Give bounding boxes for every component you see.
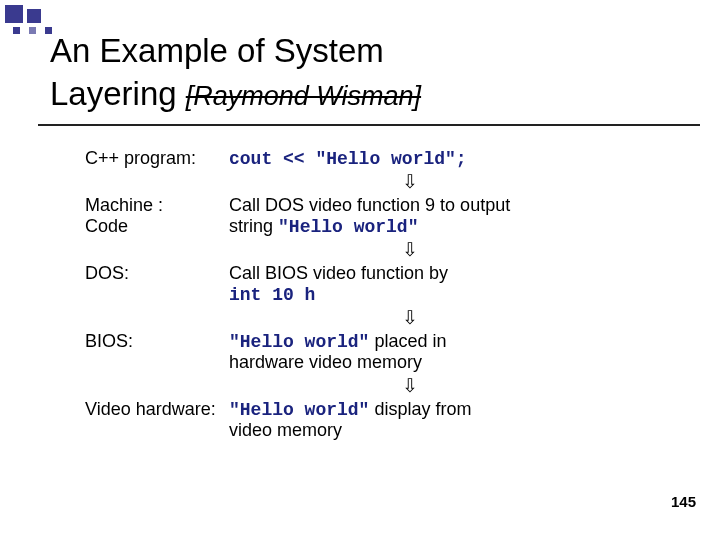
arrow-3: ⇩ xyxy=(85,307,645,327)
row-dos: DOS: Call BIOS video function by int 10 … xyxy=(85,263,645,305)
label-machine: Machine : Code xyxy=(85,195,225,237)
slide-title: An Example of System Layering [Raymond W… xyxy=(50,30,421,116)
arrow-4: ⇩ xyxy=(85,375,645,395)
desc-video: "Hello world" display from video memory xyxy=(225,399,645,441)
label-cpp: C++ program: xyxy=(85,148,225,169)
desc-dos: Call BIOS video function by int 10 h xyxy=(225,263,645,305)
desc-machine: Call DOS video function 9 to output stri… xyxy=(225,195,645,237)
row-cpp: C++ program: cout << "Hello world"; xyxy=(85,148,645,169)
row-video: Video hardware: "Hello world" display fr… xyxy=(85,399,645,441)
title-line1: An Example of System xyxy=(50,32,384,69)
label-dos: DOS: xyxy=(85,263,225,284)
arrow-2: ⇩ xyxy=(85,239,645,259)
title-underline xyxy=(38,124,700,126)
label-video: Video hardware: xyxy=(85,399,225,420)
desc-bios: "Hello world" placed in hardware video m… xyxy=(225,331,645,373)
arrow-1: ⇩ xyxy=(85,171,645,191)
row-bios: BIOS: "Hello world" placed in hardware v… xyxy=(85,331,645,373)
title-citation: [Raymond Wisman] xyxy=(186,81,421,111)
slide-body: C++ program: cout << "Hello world"; ⇩ Ma… xyxy=(85,148,645,443)
page-number: 145 xyxy=(671,493,696,510)
row-machine: Machine : Code Call DOS video function 9… xyxy=(85,195,645,237)
title-line2a: Layering xyxy=(50,75,186,112)
code-cpp: cout << "Hello world"; xyxy=(229,149,467,169)
label-bios: BIOS: xyxy=(85,331,225,352)
desc-cpp: cout << "Hello world"; xyxy=(225,148,645,169)
